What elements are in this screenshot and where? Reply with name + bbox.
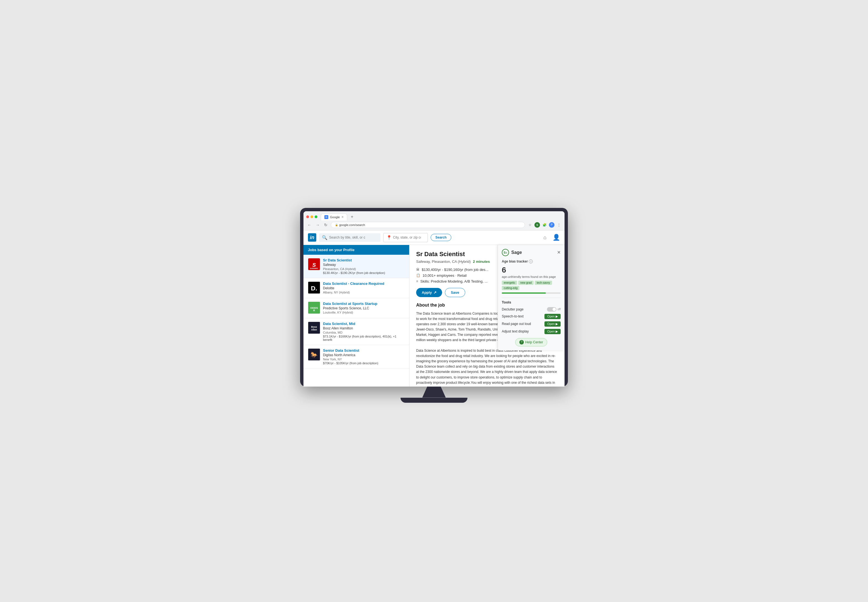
job-item-sports[interactable]: ODDS R Data Scientist at Sports Startup … [303, 298, 409, 318]
linkedin-location-box[interactable]: 📍 [383, 233, 428, 242]
job-salary-booz: $73.1K/yr - $166K/yr (from job descripti… [323, 335, 405, 341]
search-input[interactable] [329, 235, 365, 240]
tab-title: Google [330, 215, 340, 219]
job-item-safeway[interactable]: S SAFEWAY Sr Data Scientist Safeway Plea… [303, 255, 409, 278]
profile-icon[interactable]: P [549, 222, 554, 228]
booz-logo: Booz Allen [308, 322, 320, 334]
sage-close-button[interactable]: ✕ [557, 250, 561, 255]
traffic-lights [306, 215, 317, 218]
bias-tags: energetic new grad tech-savvy cutting-ed… [502, 281, 561, 290]
read-aloud-open-arrow: ▶ [556, 322, 558, 326]
svg-text:S: S [312, 262, 316, 267]
job-location-digitas: New York, NY [323, 358, 405, 361]
job-details-deloitte: Data Scientist - Clearance Required Delo… [323, 281, 405, 295]
browser-chrome: G Google ✕ + ← → ↻ 🔒 google.com/search [303, 211, 565, 230]
divider-1 [502, 298, 561, 298]
safeway-logo: S SAFEWAY [308, 258, 320, 270]
deloitte-logo: D. [308, 281, 320, 294]
job-title-sports: Data Scientist at Sports Startup [323, 301, 405, 306]
title-bar: G Google ✕ + [303, 211, 565, 220]
tab-close-button[interactable]: ✕ [342, 215, 344, 218]
age-bias-title-text: Age bias tracker [502, 260, 528, 263]
new-tab-button[interactable]: + [349, 214, 355, 220]
save-button[interactable]: Save [445, 288, 465, 297]
company-location-text: Safeway, Pleasanton, CA (Hybrid) [416, 260, 471, 264]
location-input[interactable] [393, 235, 421, 240]
job-company-digitas: Digitas North America [323, 353, 405, 357]
svg-text:ODDS: ODDS [310, 306, 318, 309]
job-desc-paragraph-2: Data Science at Albertsons is inspired t… [416, 348, 558, 387]
tools-section: Tools Declutter page off [502, 300, 561, 334]
job-item-booz[interactable]: Booz Allen Data Scientist, Mid Booz Alle… [303, 318, 409, 345]
linkedin-search-box[interactable]: 🔍 [319, 233, 380, 242]
tool-row-speech: Speech-to-text Open ▶ [502, 314, 561, 319]
forward-button[interactable]: → [315, 222, 321, 228]
svg-text:SAFEWAY: SAFEWAY [310, 267, 318, 269]
extension-icon-s[interactable]: S [534, 222, 540, 228]
help-center-button[interactable]: ? Help Center [515, 338, 547, 346]
monitor-wrapper: G Google ✕ + ← → ↻ 🔒 google.com/search [300, 200, 568, 403]
jobs-banner: Jobs based on your Profile [303, 245, 409, 255]
sage-logo: Sa Sage [502, 249, 522, 256]
help-center-text: Help Center [525, 340, 543, 344]
svg-text:🐎: 🐎 [311, 351, 318, 358]
speech-open-button[interactable]: Open ▶ [545, 314, 561, 319]
toggle-knob [553, 308, 556, 311]
digitas-logo: 🐎 [308, 349, 320, 361]
bias-count: 6 [502, 266, 561, 275]
job-location-safeway: Pleasanton, CA (Hybrid) [323, 267, 405, 270]
address-bar[interactable]: 🔒 google.com/search [331, 222, 525, 228]
time-posted: 2 minutes [473, 260, 490, 264]
sage-logo-circle: Sa [502, 249, 509, 256]
sage-name-text: Sage [511, 250, 522, 255]
main-area: Jobs based on your Profile S SAFEWAY [303, 245, 565, 387]
browser-tab-google[interactable]: G Google ✕ [321, 213, 347, 220]
close-window-button[interactable] [306, 215, 309, 218]
text-display-open-arrow: ▶ [556, 330, 558, 333]
minimize-window-button[interactable] [311, 215, 313, 218]
back-button[interactable]: ← [306, 222, 312, 228]
skills-text: Skills: Predictive Modeling, A/B Testing… [420, 279, 488, 283]
star-icon[interactable]: ☆ [527, 222, 533, 228]
toggle-wrapper-declutter: off [547, 307, 561, 312]
menu-icon[interactable]: ⋮ [556, 222, 562, 228]
browser-actions: ☆ S 🧩 P ⋮ [527, 222, 562, 228]
age-bias-title: Age bias tracker i [502, 260, 561, 263]
read-aloud-open-button[interactable]: Open ▶ [545, 321, 561, 327]
home-icon[interactable]: ⌂ [543, 235, 546, 241]
maximize-window-button[interactable] [315, 215, 317, 218]
tool-label-speech: Speech-to-text [502, 314, 523, 318]
bias-progress-fill [502, 292, 546, 294]
li-profile-icon[interactable]: 👤 [553, 234, 560, 241]
bias-tag-tech-savvy: tech-savvy [535, 281, 552, 285]
job-title-digitas: Senior Data Scientist [323, 349, 405, 353]
speech-open-text: Open [547, 315, 555, 318]
skills-icon: ≡ [416, 279, 418, 283]
age-bias-info-icon[interactable]: i [529, 260, 533, 263]
svg-text:D.: D. [311, 284, 317, 292]
tab-favicon-google: G [325, 215, 328, 219]
job-location-deloitte: Albany, NY (Hybrid) [323, 291, 405, 294]
refresh-button[interactable]: ↻ [323, 222, 329, 228]
job-item-deloitte[interactable]: D. Data Scientist - Clearance Required D… [303, 278, 409, 298]
svg-text:Booz: Booz [311, 326, 317, 328]
job-title-deloitte: Data Scientist - Clearance Required [323, 281, 405, 286]
salary-text: $130,400/yr - $190,160/yr (from job des.… [422, 267, 488, 272]
svg-text:Allen: Allen [311, 328, 317, 331]
address-bar-row: ← → ↻ 🔒 google.com/search ☆ S 🧩 P ⋮ [303, 220, 565, 230]
declutter-toggle[interactable] [547, 307, 556, 312]
apply-button[interactable]: Apply ↗ [416, 288, 442, 297]
job-company-safeway: Safeway [323, 263, 405, 267]
linkedin-search-button[interactable]: Search [431, 234, 451, 241]
text-display-open-button[interactable]: Open ▶ [545, 329, 561, 334]
speech-open-arrow: ▶ [556, 315, 558, 318]
age-bias-section: Age bias tracker i 6 age-unfriendly term… [502, 260, 561, 294]
tool-row-read-aloud: Read page out loud Open ▶ [502, 321, 561, 327]
stand-neck [417, 387, 451, 398]
job-location-booz: Columbia, MD [323, 331, 405, 334]
tool-label-read-aloud: Read page out loud [502, 322, 531, 326]
job-item-digitas[interactable]: 🐎 Senior Data Scientist Digitas North Am… [303, 345, 409, 369]
page-content: in 🔍 📍 Search ⌂ 👤 [303, 230, 565, 387]
employees-text: 10,001+ employees · Retail [423, 273, 466, 278]
puzzle-icon[interactable]: 🧩 [542, 222, 547, 228]
